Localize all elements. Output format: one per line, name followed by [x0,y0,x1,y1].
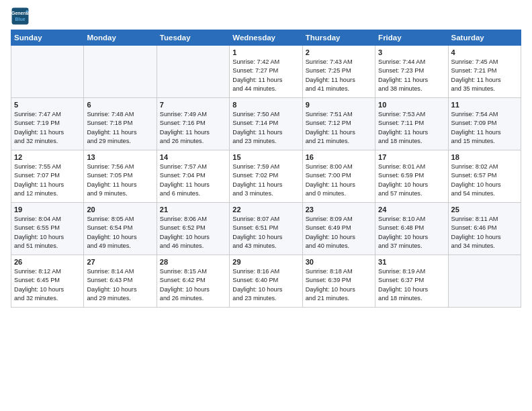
day-number: 16 [306,153,372,161]
day-info: Sunrise: 8:01 AM Sunset: 6:59 PM Dayligh… [378,163,445,198]
day-number: 26 [14,258,81,266]
weekday-header-saturday: Saturday [448,30,521,46]
day-info: Sunrise: 7:43 AM Sunset: 7:25 PM Dayligh… [306,58,372,93]
calendar-cell [11,46,84,98]
day-number: 4 [451,48,518,56]
day-info: Sunrise: 8:14 AM Sunset: 6:43 PM Dayligh… [87,267,153,303]
day-number: 12 [14,153,81,161]
day-info: Sunrise: 7:55 AM Sunset: 7:07 PM Dayligh… [14,163,81,198]
day-info: Sunrise: 7:53 AM Sunset: 7:11 PM Dayligh… [378,110,445,146]
calendar-cell: 22Sunrise: 8:07 AM Sunset: 6:51 PM Dayli… [230,203,302,255]
day-number: 30 [306,258,372,266]
calendar-table: SundayMondayTuesdayWednesdayThursdayFrid… [11,30,521,308]
day-number: 9 [306,101,372,109]
day-number: 11 [451,101,518,109]
weekday-header-tuesday: Tuesday [157,30,229,46]
weekday-header-friday: Friday [375,30,448,46]
header: General Blue [11,7,521,26]
day-number: 20 [87,205,153,214]
week-row-5: 26Sunrise: 8:12 AM Sunset: 6:45 PM Dayli… [11,255,521,308]
day-info: Sunrise: 7:57 AM Sunset: 7:04 PM Dayligh… [160,163,226,198]
day-info: Sunrise: 8:04 AM Sunset: 6:55 PM Dayligh… [14,215,81,250]
weekday-header-row: SundayMondayTuesdayWednesdayThursdayFrid… [11,30,521,46]
day-number: 29 [232,258,299,266]
day-info: Sunrise: 8:19 AM Sunset: 6:37 PM Dayligh… [378,267,445,303]
day-number: 7 [160,101,226,109]
day-info: Sunrise: 7:51 AM Sunset: 7:12 PM Dayligh… [306,110,372,146]
calendar-cell: 29Sunrise: 8:16 AM Sunset: 6:40 PM Dayli… [230,255,302,308]
day-number: 18 [451,153,518,161]
calendar-cell: 15Sunrise: 7:59 AM Sunset: 7:02 PM Dayli… [230,150,302,203]
day-number: 21 [160,205,226,214]
day-info: Sunrise: 7:54 AM Sunset: 7:09 PM Dayligh… [451,110,518,146]
day-info: Sunrise: 8:02 AM Sunset: 6:57 PM Dayligh… [451,163,518,198]
calendar-cell: 11Sunrise: 7:54 AM Sunset: 7:09 PM Dayli… [448,98,521,150]
day-info: Sunrise: 7:48 AM Sunset: 7:18 PM Dayligh… [87,110,153,146]
day-number: 8 [232,101,299,109]
day-number: 23 [306,205,372,214]
calendar-cell: 20Sunrise: 8:05 AM Sunset: 6:54 PM Dayli… [84,203,157,255]
weekday-header-thursday: Thursday [302,30,375,46]
calendar-cell: 26Sunrise: 8:12 AM Sunset: 6:45 PM Dayli… [11,255,84,308]
day-number: 2 [306,48,372,56]
page-container: General Blue SundayMondayTuesdayWednesda… [0,0,532,313]
calendar-cell: 4Sunrise: 7:45 AM Sunset: 7:21 PM Daylig… [448,46,521,98]
calendar-cell: 6Sunrise: 7:48 AM Sunset: 7:18 PM Daylig… [84,98,157,150]
day-info: Sunrise: 8:18 AM Sunset: 6:39 PM Dayligh… [306,267,372,303]
day-info: Sunrise: 7:42 AM Sunset: 7:27 PM Dayligh… [232,58,299,93]
calendar-cell: 1Sunrise: 7:42 AM Sunset: 7:27 PM Daylig… [230,46,302,98]
day-number: 1 [232,48,299,56]
calendar-cell: 30Sunrise: 8:18 AM Sunset: 6:39 PM Dayli… [302,255,375,308]
day-number: 6 [87,101,153,109]
calendar-cell: 3Sunrise: 7:44 AM Sunset: 7:23 PM Daylig… [375,46,448,98]
day-info: Sunrise: 8:11 AM Sunset: 6:46 PM Dayligh… [451,215,518,250]
day-number: 19 [14,205,81,214]
day-number: 3 [378,48,445,56]
calendar-cell: 25Sunrise: 8:11 AM Sunset: 6:46 PM Dayli… [448,203,521,255]
calendar-cell: 9Sunrise: 7:51 AM Sunset: 7:12 PM Daylig… [302,98,375,150]
day-info: Sunrise: 7:45 AM Sunset: 7:21 PM Dayligh… [451,58,518,93]
calendar-cell: 19Sunrise: 8:04 AM Sunset: 6:55 PM Dayli… [11,203,84,255]
day-info: Sunrise: 7:59 AM Sunset: 7:02 PM Dayligh… [232,163,299,198]
calendar-cell: 10Sunrise: 7:53 AM Sunset: 7:11 PM Dayli… [375,98,448,150]
day-info: Sunrise: 8:16 AM Sunset: 6:40 PM Dayligh… [232,267,299,303]
svg-rect-0 [12,8,29,25]
day-number: 22 [232,205,299,214]
calendar-cell [84,46,157,98]
calendar-cell: 27Sunrise: 8:14 AM Sunset: 6:43 PM Dayli… [84,255,157,308]
day-info: Sunrise: 8:12 AM Sunset: 6:45 PM Dayligh… [14,267,81,303]
calendar-cell: 5Sunrise: 7:47 AM Sunset: 7:19 PM Daylig… [11,98,84,150]
calendar-cell: 23Sunrise: 8:09 AM Sunset: 6:49 PM Dayli… [302,203,375,255]
week-row-2: 5Sunrise: 7:47 AM Sunset: 7:19 PM Daylig… [11,98,521,150]
day-info: Sunrise: 7:56 AM Sunset: 7:05 PM Dayligh… [87,163,153,198]
day-info: Sunrise: 8:05 AM Sunset: 6:54 PM Dayligh… [87,215,153,250]
day-info: Sunrise: 8:15 AM Sunset: 6:42 PM Dayligh… [160,267,226,303]
calendar-cell: 12Sunrise: 7:55 AM Sunset: 7:07 PM Dayli… [11,150,84,203]
calendar-cell: 31Sunrise: 8:19 AM Sunset: 6:37 PM Dayli… [375,255,448,308]
day-number: 15 [232,153,299,161]
calendar-cell: 24Sunrise: 8:10 AM Sunset: 6:48 PM Dayli… [375,203,448,255]
weekday-header-wednesday: Wednesday [230,30,302,46]
calendar-cell: 7Sunrise: 7:49 AM Sunset: 7:16 PM Daylig… [157,98,229,150]
day-info: Sunrise: 8:10 AM Sunset: 6:48 PM Dayligh… [378,215,445,250]
calendar-cell: 18Sunrise: 8:02 AM Sunset: 6:57 PM Dayli… [448,150,521,203]
calendar-cell: 14Sunrise: 7:57 AM Sunset: 7:04 PM Dayli… [157,150,229,203]
day-info: Sunrise: 7:44 AM Sunset: 7:23 PM Dayligh… [378,58,445,93]
day-info: Sunrise: 7:49 AM Sunset: 7:16 PM Dayligh… [160,110,226,146]
day-number: 5 [14,101,81,109]
day-info: Sunrise: 7:47 AM Sunset: 7:19 PM Dayligh… [14,110,81,146]
weekday-header-monday: Monday [84,30,157,46]
day-number: 31 [378,258,445,266]
day-info: Sunrise: 7:50 AM Sunset: 7:14 PM Dayligh… [232,110,299,146]
calendar-cell: 8Sunrise: 7:50 AM Sunset: 7:14 PM Daylig… [230,98,302,150]
day-number: 17 [378,153,445,161]
day-number: 24 [378,205,445,214]
calendar-cell: 13Sunrise: 7:56 AM Sunset: 7:05 PM Dayli… [84,150,157,203]
calendar-cell: 16Sunrise: 8:00 AM Sunset: 7:00 PM Dayli… [302,150,375,203]
day-info: Sunrise: 8:06 AM Sunset: 6:52 PM Dayligh… [160,215,226,250]
logo-icon: General Blue [11,7,30,26]
weekday-header-sunday: Sunday [11,30,84,46]
calendar-cell: 21Sunrise: 8:06 AM Sunset: 6:52 PM Dayli… [157,203,229,255]
week-row-4: 19Sunrise: 8:04 AM Sunset: 6:55 PM Dayli… [11,203,521,255]
day-number: 13 [87,153,153,161]
